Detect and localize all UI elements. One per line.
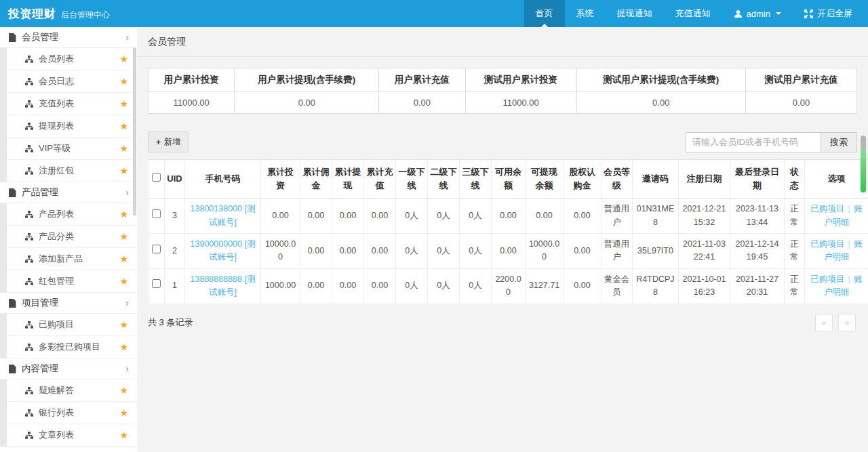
phone-link[interactable]: 13888888888 [测试账号] [191,274,256,297]
table-row: 213900000000 [测试账号]10000.000.000.000.000… [149,234,868,269]
stats-header-cell: 用户累计提现(含手续费) [235,68,379,92]
sidebar-item-product-category[interactable]: 产品分类★ [7,226,137,248]
add-button-label: 新增 [164,136,180,148]
sidebar-item-recharge-list[interactable]: 充值列表★ [7,93,137,115]
data-cell: 0人 [428,234,460,269]
action-separator: | [846,239,852,249]
page-scrollbar-thumb[interactable] [861,149,866,192]
sidebar-item-label: 多彩投已购项目 [39,341,100,353]
sitemap-icon [25,211,33,218]
nav-recharge-notice[interactable]: 充值通知 [664,0,722,27]
phone-cell: 13800138000 [测试账号] [185,199,261,234]
sidebar-item-member-log[interactable]: 会员日志★ [7,70,137,93]
sidebar-item-label: 红包管理 [39,275,74,287]
data-cell: 普通用户 [601,199,633,234]
data-cell: 0.00 [300,199,332,234]
brand: 投资理财 后台管理中心 [8,6,110,22]
grid-header-cell: 累计充值 [364,160,396,199]
sidebar-item-withdraw-list[interactable]: 提现列表★ [7,115,137,138]
nav-label-system: 系统 [576,7,594,20]
sidebar-item-product-list[interactable]: 产品列表★ [7,203,137,226]
data-cell: 3127.71 [526,268,564,304]
nav-label-home: 首页 [536,7,553,20]
stats-header-cell: 用户累计投资 [149,68,235,92]
search-button[interactable]: 搜索 [821,132,857,152]
sitemap-icon [25,123,33,130]
sidebar-group-label: 内容管理 [22,363,58,375]
sidebar: 会员管理›会员列表★会员日志★充值列表★提现列表★VIP等级★注册红包★产品管理… [0,27,137,452]
purchased-projects-link[interactable]: 已购项目 [810,274,844,284]
nav-fullscreen[interactable]: 开启全屏 [793,0,864,27]
sidebar-item-register-redpacket[interactable]: 注册红包★ [7,160,137,182]
stats-table: 用户累计投资用户累计提现(含手续费)用户累计充值测试用户累计投资测试用户累计提现… [148,68,857,114]
sidebar-item-bank-list[interactable]: 银行列表★ [7,402,137,424]
prev-page-button[interactable]: « [815,314,833,331]
nav-label-withdraw-notice: 提现通知 [617,7,652,20]
purchased-projects-link[interactable]: 已购项目 [810,204,844,213]
file-icon [8,33,16,42]
nav-system[interactable]: 系统 [565,0,606,27]
nav-withdraw-notice[interactable]: 提现通知 [606,0,664,27]
stats-header-cell: 用户累计充值 [379,68,465,92]
content-inner: 用户累计投资用户累计提现(含手续费)用户累计充值测试用户累计投资测试用户累计提现… [137,57,868,342]
purchased-projects-link[interactable]: 已购项目 [810,239,844,249]
star-icon: ★ [119,77,128,86]
data-cell: 2021-10-01 16:23 [679,268,730,304]
data-cell: 2021-12-14 19:45 [730,234,785,269]
data-cell: 0.00 [332,234,364,269]
star-icon: ★ [119,121,128,131]
nav-home[interactable]: 首页 [524,0,565,27]
sitemap-icon [25,145,33,152]
stats-value-cell: 11000.00 [149,92,235,114]
phone-link[interactable]: 13900000000 [测试账号] [191,239,256,262]
phone-link[interactable]: 13800138000 [测试账号] [191,204,256,226]
sidebar-item-vip-level[interactable]: VIP等级★ [7,138,137,160]
sitemap-icon [25,56,33,63]
sidebar-scrollbar[interactable] [133,47,136,215]
data-cell: 黄金会员 [601,268,633,304]
sidebar-item-faq[interactable]: 疑难解答★ [7,379,137,402]
data-cell: 正常 [785,199,805,234]
row-checkbox-cell [149,234,165,269]
toolbar: + 新增 搜索 [148,131,857,152]
row-checkbox[interactable] [152,209,161,218]
add-button[interactable]: + 新增 [148,131,189,152]
sitemap-icon [25,344,33,351]
next-page-button[interactable]: » [838,314,856,331]
grid-header-cell: 选项 [805,160,868,199]
sidebar-item-redpacket-manage[interactable]: 红包管理★ [7,270,137,293]
file-icon [8,188,16,197]
nav-admin[interactable]: admin [722,0,793,27]
sidebar-item-add-product[interactable]: 添加新产品★ [7,248,137,270]
page-scrollbar[interactable] [861,136,866,192]
row-checkbox[interactable] [152,279,161,288]
sidebar-item-purchased-projects[interactable]: 已购项目★ [7,314,137,336]
sidebar-group-content[interactable]: 内容管理› [0,358,137,379]
sidebar-item-label: 疑难解答 [39,384,74,396]
stats-value-cell: 0.00 [745,92,856,114]
sitemap-icon [25,255,33,263]
brand-subtitle: 后台管理中心 [61,9,110,21]
nav-label-admin: admin [747,9,770,19]
search-input[interactable] [686,132,821,152]
chevron-right-icon: › [125,33,129,42]
star-icon: ★ [119,209,128,219]
sidebar-group-product[interactable]: 产品管理› [0,182,137,203]
grid-header-cell: 会员等级 [601,160,633,199]
main-content: 会员管理 用户累计投资用户累计提现(含手续费)用户累计充值测试用户累计投资测试用… [137,27,868,452]
select-all-checkbox[interactable] [152,173,161,182]
row-checkbox[interactable] [152,245,161,253]
sidebar-item-label: 注册红包 [39,165,74,177]
sidebar-item-member-list[interactable]: 会员列表★ [7,48,137,70]
sidebar-group-member[interactable]: 会员管理› [0,27,137,48]
data-cell: 0.00 [364,234,396,269]
sidebar-item-label: 充值列表 [39,98,74,110]
nav-label-recharge-notice: 充值通知 [675,7,711,20]
sidebar-group-project[interactable]: 项目管理› [0,293,137,314]
data-cell: 2023-11-13 13:44 [730,199,785,234]
sidebar-item-duocaitou-purchased-projects[interactable]: 多彩投已购项目★ [7,336,137,358]
data-cell: 0人 [460,199,492,234]
sidebar-submenu-product: 产品列表★产品分类★添加新产品★红包管理★ [0,203,137,293]
sidebar-item-article-list[interactable]: 文章列表★ [7,424,137,447]
row-checkbox-cell [149,268,165,304]
